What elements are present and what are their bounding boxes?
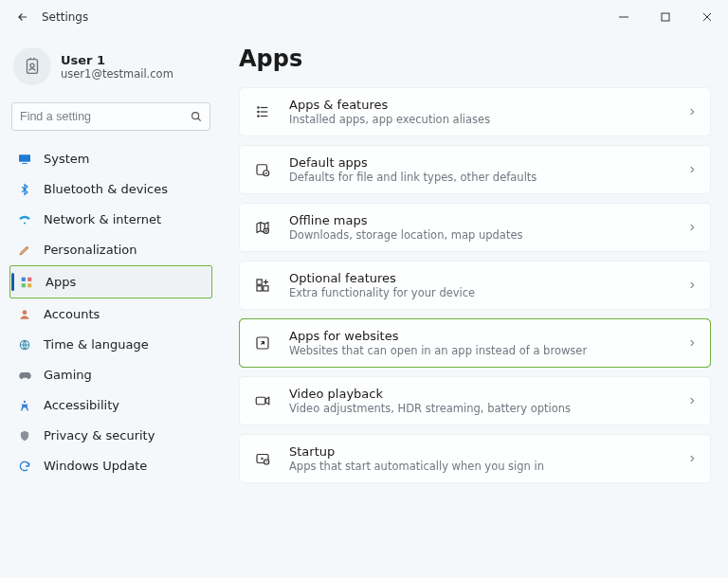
back-arrow-icon [16, 10, 29, 24]
main: Apps Apps & features Installed apps, app… [222, 34, 728, 578]
network-icon [17, 212, 32, 227]
card-apps-features[interactable]: Apps & features Installed apps, app exec… [239, 87, 711, 136]
svg-rect-22 [264, 286, 268, 291]
apps-features-icon [253, 102, 272, 121]
sidebar-item-accounts[interactable]: Accounts [9, 299, 212, 329]
card-offline-maps[interactable]: Offline maps Downloads, storage location… [239, 203, 711, 252]
svg-rect-21 [257, 286, 262, 291]
svg-rect-20 [257, 280, 262, 284]
svg-rect-10 [27, 283, 31, 287]
cardstack: Apps & features Installed apps, app exec… [239, 87, 711, 483]
svg-point-2 [30, 63, 34, 67]
sidebar-item-accessibility[interactable]: Accessibility [9, 390, 212, 420]
apps-icon [19, 275, 34, 290]
user-badge-icon [22, 56, 43, 77]
card-title: Offline maps [289, 213, 522, 228]
card-title: Apps & features [289, 98, 490, 113]
sidebar-item-privacy[interactable]: Privacy & security [9, 421, 212, 450]
gaming-icon [17, 368, 32, 383]
svg-point-14 [258, 107, 260, 109]
sidebar-item-label: Network & internet [44, 212, 161, 226]
card-subtitle: Installed apps, app execution aliases [289, 113, 490, 126]
svg-point-6 [24, 222, 26, 224]
chevron-right-icon [687, 223, 697, 232]
windows-update-icon [17, 459, 32, 474]
card-text: Optional features Extra functionality fo… [289, 271, 475, 300]
sidebar-item-windows-update[interactable]: Windows Update [9, 451, 212, 480]
apps-for-websites-icon [253, 334, 272, 352]
svg-point-13 [24, 400, 26, 402]
card-default-apps[interactable]: Default apps Defaults for file and link … [239, 145, 711, 194]
card-subtitle: Apps that start automatically when you s… [289, 460, 544, 473]
close-button[interactable] [686, 2, 728, 32]
chevron-right-icon [687, 280, 697, 290]
sidebar-item-personalization[interactable]: Personalization [9, 235, 212, 264]
sidebar-item-label: Personalization [44, 243, 137, 257]
user-block[interactable]: User 1 user1@testmail.com [9, 42, 212, 97]
search-wrap [11, 102, 210, 131]
card-subtitle: Video adjustments, HDR streaming, batter… [289, 402, 571, 415]
minimize-icon [619, 12, 628, 22]
svg-point-3 [192, 113, 199, 119]
sidebar-item-label: Apps [46, 275, 76, 289]
video-playback-icon [253, 391, 272, 410]
card-text: Video playback Video adjustments, HDR st… [289, 387, 571, 416]
sidebar-item-label: Gaming [44, 368, 92, 382]
sidebar-item-label: System [44, 152, 89, 166]
card-text: Default apps Defaults for file and link … [289, 155, 537, 185]
system-icon [17, 152, 32, 167]
sidebar-item-time-language[interactable]: Time & language [9, 330, 212, 359]
sidebar-item-label: Privacy & security [44, 428, 155, 443]
card-subtitle: Extra functionality for your device [289, 286, 475, 299]
sidebar-item-network[interactable]: Network & internet [9, 205, 212, 234]
maximize-icon [661, 12, 670, 22]
accounts-icon [17, 307, 32, 322]
sidebar-item-label: Time & language [44, 337, 149, 352]
search-input[interactable] [11, 102, 210, 131]
privacy-icon [17, 428, 32, 443]
card-startup[interactable]: Startup Apps that start automatically wh… [239, 434, 711, 483]
sidebar-item-label: Bluetooth & devices [44, 182, 168, 196]
close-icon [702, 12, 712, 22]
default-apps-icon [253, 160, 272, 179]
svg-point-11 [23, 310, 27, 315]
svg-rect-24 [256, 397, 265, 405]
optional-features-icon [253, 276, 272, 295]
layout: User 1 user1@testmail.com System Bluetoo… [0, 34, 728, 578]
card-subtitle: Downloads, storage location, map updates [289, 228, 522, 242]
svg-rect-1 [27, 60, 38, 74]
chevron-right-icon [687, 165, 697, 174]
user-email: user1@testmail.com [61, 67, 173, 81]
minimize-button[interactable] [603, 2, 645, 32]
card-title: Video playback [289, 387, 571, 402]
sidebar: User 1 user1@testmail.com System Bluetoo… [0, 34, 222, 578]
sidebar-item-label: Accessibility [44, 398, 119, 412]
time-language-icon [17, 337, 32, 352]
chevron-right-icon [687, 107, 697, 117]
card-title: Default apps [289, 155, 537, 171]
back-button[interactable] [8, 2, 38, 32]
card-apps-for-websites[interactable]: Apps for websites Websites that can open… [239, 318, 711, 368]
maximize-button[interactable] [645, 2, 686, 32]
sidebar-item-system[interactable]: System [9, 144, 212, 173]
card-optional-features[interactable]: Optional features Extra functionality fo… [239, 261, 711, 310]
card-subtitle: Defaults for file and link types, other … [289, 171, 537, 184]
sidebar-item-gaming[interactable]: Gaming [9, 360, 212, 389]
user-name: User 1 [61, 53, 173, 67]
chevron-right-icon [687, 396, 697, 406]
sidebar-item-label: Accounts [44, 307, 100, 321]
svg-rect-0 [662, 13, 669, 21]
svg-rect-8 [27, 277, 31, 280]
offline-maps-icon [253, 218, 272, 237]
sidebar-item-apps[interactable]: Apps [11, 267, 210, 297]
svg-rect-4 [19, 154, 30, 161]
card-subtitle: Websites that can open in an app instead… [289, 344, 587, 357]
card-title: Startup [289, 444, 544, 460]
titlebar: Settings [0, 0, 728, 34]
sidebar-item-bluetooth[interactable]: Bluetooth & devices [9, 174, 212, 204]
card-video-playback[interactable]: Video playback Video adjustments, HDR st… [239, 376, 711, 425]
sidebar-highlight-apps: Apps [9, 265, 212, 298]
svg-point-16 [258, 116, 260, 117]
window-title: Settings [42, 10, 88, 24]
card-text: Apps for websites Websites that can open… [289, 329, 587, 358]
